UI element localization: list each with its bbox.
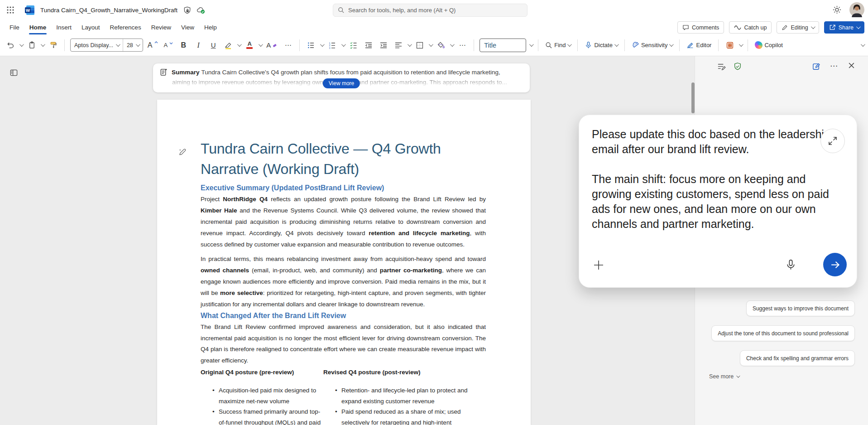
- chat-history-icon[interactable]: [717, 62, 726, 72]
- dictate-button[interactable]: Dictate: [583, 39, 619, 52]
- copilot-suggestion-chip[interactable]: Adjust the tone of this document to soun…: [711, 325, 855, 341]
- pencil-icon: [782, 24, 788, 31]
- document-title[interactable]: Tundra Cairn Collective — Q4 Growth Narr…: [201, 139, 463, 179]
- privacy-shield-check-icon[interactable]: [733, 62, 742, 71]
- list-item[interactable]: Success framed primarily around top-of-f…: [201, 406, 326, 425]
- paste-button[interactable]: [26, 39, 38, 52]
- numbered-list-button[interactable]: 123: [326, 39, 338, 52]
- add-content-plus-button[interactable]: [591, 257, 606, 273]
- copilot-suggestion-chip[interactable]: Check and fix spelling and grammar error…: [740, 350, 855, 366]
- search-input[interactable]: Search for tools, help, and more (Alt + …: [333, 4, 528, 17]
- paragraph-brand-lift-review[interactable]: The Brand Lift Review confirmed improved…: [201, 322, 486, 366]
- grow-font-button[interactable]: A: [146, 39, 159, 52]
- borders-menu-chevron[interactable]: [429, 42, 433, 47]
- chevron-down-icon: [136, 42, 140, 47]
- document-filename[interactable]: Tundra Cairn_Q4_Growth_Narrative_Working…: [40, 7, 177, 14]
- shading-menu-chevron[interactable]: [450, 42, 455, 47]
- numbered-list-menu-chevron[interactable]: [341, 42, 346, 47]
- share-button[interactable]: Share: [824, 21, 864, 34]
- collapse-composer-button[interactable]: [820, 129, 845, 153]
- increase-indent-button[interactable]: [378, 39, 389, 52]
- user-avatar[interactable]: [849, 2, 864, 17]
- vertical-scrollbar[interactable]: [691, 82, 695, 113]
- highlighter-button[interactable]: [222, 39, 234, 52]
- menu-tab-help[interactable]: Help: [199, 21, 222, 34]
- chevron-down-icon: [856, 24, 861, 29]
- align-button[interactable]: [393, 39, 404, 52]
- catch-up-button[interactable]: Catch up: [729, 21, 772, 34]
- list-item[interactable]: Paid spend reduced as a share of mix; us…: [323, 406, 473, 425]
- highlighter-menu-chevron[interactable]: [237, 42, 242, 47]
- heading-what-changed[interactable]: What Changed After the Brand Lift Review: [201, 312, 346, 320]
- undo-menu-chevron[interactable]: [19, 42, 24, 47]
- font-size-select[interactable]: 28: [123, 39, 143, 51]
- more-font-options-button[interactable]: ⋯: [282, 39, 294, 52]
- copilot-chat-composer[interactable]: Please update this doc based on the lead…: [579, 115, 857, 288]
- close-pane-icon[interactable]: [848, 62, 855, 69]
- font-color-button[interactable]: A: [244, 39, 255, 52]
- copilot-margin-pencil-icon[interactable]: [177, 147, 187, 157]
- send-button[interactable]: [823, 253, 847, 276]
- copilot-message-paragraph: The main shift: focus more on keeping an…: [592, 172, 845, 232]
- find-button[interactable]: Find: [544, 39, 572, 52]
- copilot-message-text[interactable]: Please update this doc based on the lead…: [592, 127, 845, 232]
- undo-button[interactable]: [5, 39, 16, 52]
- shading-button[interactable]: [435, 39, 447, 52]
- menu-tab-file[interactable]: File: [5, 21, 24, 34]
- menu-tab-layout[interactable]: Layout: [77, 21, 105, 34]
- view-more-button[interactable]: View more: [323, 78, 360, 88]
- copilot-suggestion-chip[interactable]: Suggest ways to improve this document: [746, 300, 855, 316]
- underline-button[interactable]: U: [207, 39, 219, 52]
- see-more-toggle[interactable]: See more: [709, 373, 739, 380]
- font-color-menu-chevron[interactable]: [259, 42, 263, 47]
- align-menu-chevron[interactable]: [408, 42, 412, 47]
- settings-gear-icon[interactable]: [832, 5, 842, 14]
- comments-button[interactable]: Comments: [677, 21, 724, 34]
- comparison-left-list[interactable]: Acquisition-led paid mix designed to max…: [201, 385, 326, 425]
- comparison-right-list[interactable]: Retention- and lifecycle-led plan to pro…: [323, 385, 473, 425]
- menu-tab-references[interactable]: References: [105, 21, 146, 34]
- sensitivity-shield-lock-icon[interactable]: [183, 6, 192, 14]
- shrink-font-button[interactable]: A: [163, 39, 175, 52]
- format-painter-button[interactable]: [47, 39, 59, 52]
- styles-menu-chevron[interactable]: [529, 42, 534, 47]
- menu-tab-insert[interactable]: Insert: [51, 21, 77, 34]
- new-chat-icon[interactable]: [812, 62, 821, 72]
- bullet-list-button[interactable]: [305, 39, 317, 52]
- menu-tab-view[interactable]: View: [176, 21, 199, 34]
- menu-tab-home[interactable]: Home: [24, 21, 52, 34]
- paste-menu-chevron[interactable]: [41, 42, 45, 47]
- app-launcher-waffle-icon[interactable]: [6, 6, 14, 14]
- more-options-icon[interactable]: ⋯: [830, 61, 838, 71]
- word-app-icon[interactable]: W: [24, 5, 35, 15]
- comparison-right-header[interactable]: Revised Q4 posture (post-review): [323, 369, 421, 376]
- font-name-select[interactable]: Aptos Display...: [71, 39, 123, 51]
- more-paragraph-options-button[interactable]: ⋯: [456, 39, 468, 52]
- send-arrow-icon: [830, 259, 841, 270]
- paragraph-practical-terms[interactable]: In practical terms, this means rebalanci…: [201, 253, 486, 310]
- bold-button[interactable]: B: [177, 39, 189, 52]
- bullet-list-menu-chevron[interactable]: [320, 42, 325, 47]
- list-item[interactable]: Retention- and lifecycle-led plan to pro…: [323, 385, 473, 406]
- borders-button[interactable]: [414, 39, 426, 52]
- menu-tab-review[interactable]: Review: [146, 21, 176, 34]
- styles-gallery[interactable]: Title: [480, 39, 526, 52]
- add-ins-button[interactable]: [724, 39, 736, 52]
- add-ins-menu-chevron[interactable]: [739, 42, 743, 47]
- copilot-button[interactable]: Copilot: [753, 39, 784, 52]
- decrease-indent-button[interactable]: [363, 39, 374, 52]
- navigation-pane-toggle[interactable]: [7, 66, 20, 79]
- editing-mode-button[interactable]: Editing: [777, 21, 819, 34]
- editor-button[interactable]: Editor: [685, 39, 713, 52]
- autosave-cloud-check-icon[interactable]: [196, 5, 206, 15]
- heading-executive-summary[interactable]: Executive Summary (Updated PostBrand Lif…: [201, 184, 384, 192]
- comparison-left-header[interactable]: Original Q4 posture (pre-review): [201, 369, 294, 376]
- sensitivity-button[interactable]: Sensitivity: [630, 39, 674, 52]
- microphone-button[interactable]: [785, 259, 797, 271]
- document-page[interactable]: Tundra Cairn Collective — Q4 Growth Narr…: [157, 100, 531, 425]
- checklist-button[interactable]: [348, 39, 360, 52]
- paragraph-executive-summary[interactable]: Project NorthRidge Q4 reflects an update…: [201, 193, 486, 250]
- list-item[interactable]: Acquisition-led paid mix designed to max…: [201, 385, 326, 406]
- clear-formatting-button[interactable]: A: [265, 39, 279, 52]
- italic-button[interactable]: I: [192, 39, 204, 52]
